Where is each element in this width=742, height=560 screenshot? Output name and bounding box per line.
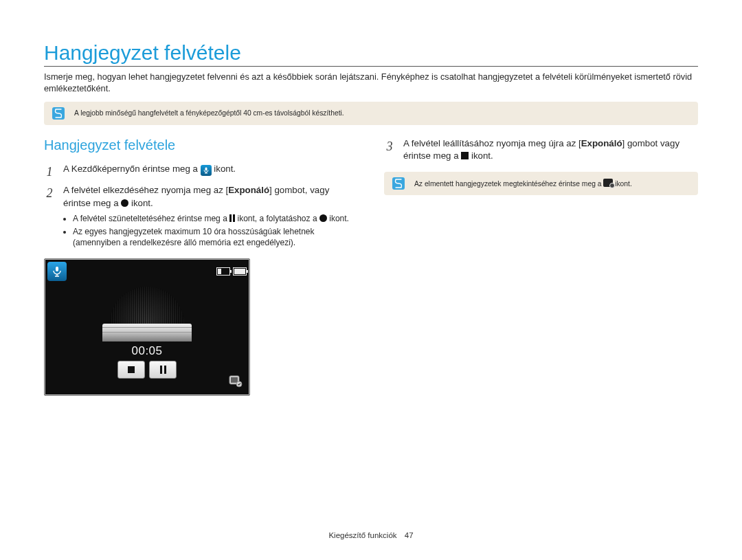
svg-rect-8 (231, 377, 238, 383)
right-column: 3 A felvétel leállításához nyomja meg új… (384, 137, 698, 396)
tip-note-1: A legjobb minőségű hangfelvételt a fényk… (44, 102, 698, 125)
tip-text-1: A legjobb minőségű hangfelvételt a fényk… (74, 109, 344, 117)
section-heading: Hangjegyzet felvétele (44, 137, 358, 153)
page-title: Hangjegyzet felvétele (44, 41, 698, 67)
mic-mode-icon (47, 262, 67, 281)
step-number-3: 3 (384, 137, 395, 163)
record-dot-icon (319, 214, 327, 222)
record-dot-icon (121, 199, 128, 207)
manual-page: Hangjegyzet felvétele Ismerje meg, hogya… (0, 0, 742, 560)
tip-icon (392, 177, 405, 190)
svg-point-9 (236, 381, 242, 387)
svg-rect-4 (56, 267, 58, 271)
battery-full-icon (233, 267, 247, 276)
screen-controls (117, 361, 177, 379)
microphone-head-illustration (110, 287, 184, 324)
step-number-2: 2 (44, 184, 55, 210)
svg-rect-1 (205, 167, 207, 170)
voice-memo-app-icon (201, 165, 212, 176)
two-column-layout: Hangjegyzet felvétele 1 A Kezdőképernyőn… (44, 137, 698, 396)
album-icon (603, 179, 613, 187)
step-3-text: A felvétel leállításához nyomja meg újra… (403, 137, 698, 163)
left-column: Hangjegyzet felvétele 1 A Kezdőképernyőn… (44, 137, 358, 396)
stop-icon (461, 152, 469, 159)
recorder-screen: 00:05 (44, 258, 250, 396)
step-2-sub-2: Az egyes hangjegyzetek maximum 10 óra ho… (73, 227, 358, 249)
tip-note-2: Az elmentett hangjegyzetek megtekintéséh… (384, 172, 698, 195)
recording-timer: 00:05 (131, 344, 162, 358)
screen-pause-button[interactable] (149, 361, 177, 379)
tip-icon (52, 107, 65, 120)
pause-icon (229, 214, 235, 222)
step-2-text: A felvétel elkezdéséhez nyomja meg az [E… (63, 184, 358, 210)
screen-topbar (47, 262, 247, 281)
screen-album-button[interactable] (226, 372, 245, 391)
intro-paragraph: Ismerje meg, hogyan lehet hangjegyzetet … (44, 71, 698, 95)
step-2-sub-1: A felvétel szüneteltetéséhez érintse meg… (73, 214, 358, 225)
step-1: 1 A Kezdőképernyőn érintse meg a ikont. (44, 163, 358, 181)
tip-text-2: Az elmentett hangjegyzetek megtekintéséh… (414, 179, 632, 188)
footer-section-name: Kiegészítő funkciók (328, 531, 396, 539)
battery-indicators (216, 267, 247, 276)
footer-page-number: 47 (405, 531, 414, 539)
step-2: 2 A felvétel elkezdéséhez nyomja meg az … (44, 184, 358, 210)
step-1-text: A Kezdőképernyőn érintse meg a ikont. (63, 163, 358, 181)
step-2-sublist: A felvétel szüneteltetéséhez érintse meg… (44, 214, 358, 248)
storage-icon (216, 267, 230, 276)
step-3: 3 A felvétel leállításához nyomja meg új… (384, 137, 698, 163)
step-number-1: 1 (44, 163, 55, 181)
microphone-body-illustration (102, 324, 192, 341)
page-footer: Kiegészítő funkciók 47 (0, 531, 742, 539)
screen-stop-button[interactable] (117, 361, 145, 379)
